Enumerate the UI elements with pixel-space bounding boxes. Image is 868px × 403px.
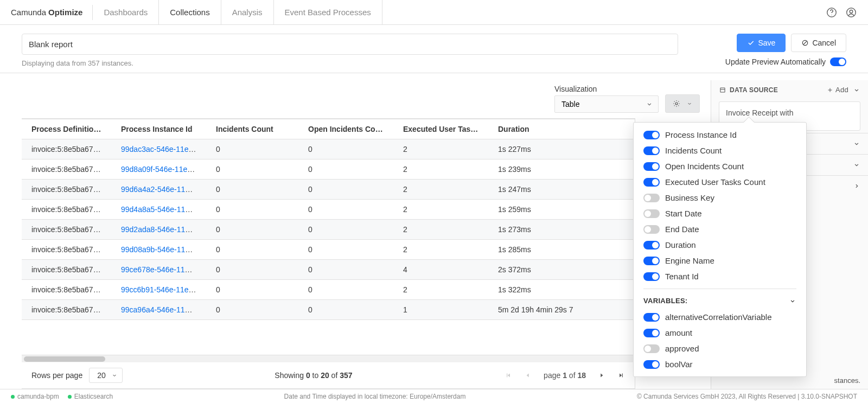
column-toggle-row: End Date	[643, 221, 796, 237]
toolbar: Displaying data from 357 instances. Save…	[0, 25, 868, 73]
col-process-def[interactable]: Process Definition Id	[22, 119, 111, 139]
column-toggle[interactable]	[643, 146, 660, 155]
column-toggle-label: Business Key	[665, 193, 714, 202]
column-toggle-label: boolVar	[665, 360, 693, 369]
cancel-button[interactable]: Cancel	[791, 34, 846, 52]
cell-process-inst[interactable]: 99d8a09f-546e-11ed-8...	[111, 159, 206, 180]
first-page-button[interactable]	[505, 372, 512, 379]
auto-preview-toggle[interactable]	[830, 57, 846, 66]
cell-exec-tasks: 2	[393, 159, 488, 180]
svg-point-3	[850, 10, 853, 13]
cell-open-incidents: 0	[298, 280, 393, 300]
help-icon[interactable]	[826, 7, 838, 18]
cell-exec-tasks: 1	[393, 300, 488, 320]
main-nav: Dashboards Collections Analysis Event Ba…	[93, 0, 382, 24]
chevron-down-icon	[686, 100, 693, 107]
horizontal-scrollbar[interactable]	[22, 355, 635, 362]
table-header-row: Process Definition Id Process Instance I…	[22, 119, 635, 139]
column-toggle-row: Process Instance Id	[643, 127, 796, 143]
table-row: invoice:5:8e5ba671-5...99dac3ac-546e-11e…	[22, 139, 635, 159]
cell-incidents: 0	[206, 240, 298, 260]
table-row: invoice:5:8e5ba671-5...99ce678e-546e-11e…	[22, 260, 635, 280]
column-toggle[interactable]	[643, 329, 660, 337]
cell-incidents: 0	[206, 280, 298, 300]
engine-status: camunda-bpm	[11, 393, 59, 400]
column-toggle-label: Engine Name	[665, 256, 714, 265]
cell-process-inst[interactable]: 99d6a4a2-546e-11ed-8...	[111, 180, 206, 200]
column-toggle-row: Incidents Count	[643, 143, 796, 158]
cell-process-inst[interactable]: 99d08a9b-546e-11ed-8...	[111, 240, 206, 260]
column-toggle[interactable]	[643, 162, 660, 171]
report-name-input[interactable]	[22, 34, 678, 55]
chevron-down-icon	[853, 140, 860, 148]
col-incidents[interactable]: Incidents Count	[206, 119, 298, 139]
column-toggle[interactable]	[643, 209, 660, 218]
visualization-select[interactable]: Table	[554, 95, 659, 113]
table-row: invoice:5:8e5ba671-5...99d6a4a2-546e-11e…	[22, 180, 635, 200]
cell-open-incidents: 0	[298, 139, 393, 159]
cell-process-inst[interactable]: 99d2ada8-546e-11ed-8...	[111, 220, 206, 240]
cell-process-inst[interactable]: 99cc6b91-546e-11ed-8...	[111, 280, 206, 300]
cell-process-inst[interactable]: 99ce678e-546e-11ed-8...	[111, 260, 206, 280]
column-toggle[interactable]	[643, 194, 660, 202]
cell-process-def: invoice:5:8e5ba671-5...	[22, 220, 111, 240]
variables-header[interactable]: VARIABLES:	[643, 289, 796, 309]
column-toggle-label: Start Date	[665, 209, 702, 218]
app-header: Camunda Optimize Dashboards Collections …	[0, 0, 868, 25]
nav-analysis[interactable]: Analysis	[221, 0, 274, 24]
cell-process-inst[interactable]: 99d4a8a5-546e-11ed-8...	[111, 200, 206, 220]
table-row: invoice:5:8e5ba671-5...99d8a09f-546e-11e…	[22, 159, 635, 180]
table-row: invoice:5:8e5ba671-5...99ca96a4-546e-11e…	[22, 300, 635, 320]
cell-open-incidents: 0	[298, 240, 393, 260]
column-toggle-row: approved	[643, 341, 796, 356]
cell-process-inst[interactable]: 99dac3ac-546e-11ed-8...	[111, 139, 206, 159]
cell-process-def: invoice:5:8e5ba671-5...	[22, 240, 111, 260]
column-toggle-label: Incidents Count	[665, 146, 722, 155]
column-toggle-label: Process Instance Id	[665, 130, 737, 139]
cell-open-incidents: 0	[298, 200, 393, 220]
column-toggle[interactable]	[643, 272, 660, 281]
rows-per-page-select[interactable]: 20	[89, 368, 123, 383]
collapse-panel-button[interactable]	[853, 86, 860, 94]
cell-duration: 1s 273ms	[488, 220, 635, 240]
column-toggle[interactable]	[643, 178, 660, 187]
column-toggle[interactable]	[643, 131, 660, 139]
prev-page-button[interactable]	[524, 372, 532, 379]
column-toggle-label: End Date	[665, 225, 699, 234]
column-toggle[interactable]	[643, 225, 660, 234]
col-process-inst[interactable]: Process Instance Id	[111, 119, 206, 139]
column-toggle[interactable]	[643, 257, 660, 265]
cell-open-incidents: 0	[298, 300, 393, 320]
column-toggle[interactable]	[643, 344, 660, 353]
cell-open-incidents: 0	[298, 180, 393, 200]
next-page-button[interactable]	[598, 372, 605, 379]
page-info: page 1 of 18	[544, 371, 586, 380]
column-toggle-row: amount	[643, 325, 796, 341]
cell-process-inst[interactable]: 99ca96a4-546e-11ed-8...	[111, 300, 206, 320]
column-toggle-label: approved	[665, 344, 699, 353]
user-icon[interactable]	[845, 7, 857, 18]
rows-per-page-label: Rows per page	[31, 371, 82, 380]
save-button[interactable]: Save	[737, 34, 786, 52]
last-page-button[interactable]	[617, 372, 625, 379]
cell-exec-tasks: 2	[393, 180, 488, 200]
nav-collections[interactable]: Collections	[159, 0, 221, 24]
nav-dashboards[interactable]: Dashboards	[93, 0, 159, 24]
cell-incidents: 0	[206, 180, 298, 200]
col-exec-tasks[interactable]: Executed User Tasks C...	[393, 119, 488, 139]
cell-open-incidents: 0	[298, 159, 393, 180]
brand: Camunda Optimize	[11, 5, 93, 20]
col-duration[interactable]: Duration	[488, 119, 635, 139]
cancel-button-label: Cancel	[812, 39, 836, 47]
col-open-incidents[interactable]: Open Incidents Count	[298, 119, 393, 139]
column-toggle[interactable]	[643, 360, 660, 369]
column-settings-button[interactable]	[665, 94, 700, 113]
column-toggle-row: boolVar	[643, 356, 796, 372]
cell-process-def: invoice:5:8e5ba671-5...	[22, 280, 111, 300]
add-data-source-button[interactable]: Add	[827, 86, 848, 94]
nav-event-based[interactable]: Event Based Processes	[274, 0, 382, 24]
column-toggle[interactable]	[643, 313, 660, 322]
table-row: invoice:5:8e5ba671-5...99d08a9b-546e-11e…	[22, 240, 635, 260]
column-toggle[interactable]	[643, 241, 660, 250]
chevron-down-icon	[853, 161, 860, 169]
